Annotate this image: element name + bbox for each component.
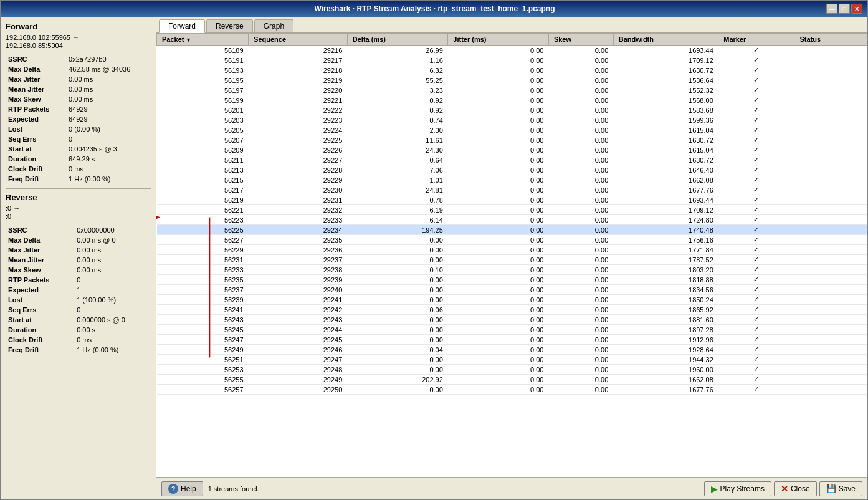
table-row[interactable]: 56225 29234 194.25 0.00 0.00 1740.48 ✓: [157, 225, 867, 235]
save-button[interactable]: 💾 Save: [819, 481, 862, 496]
stat-label: SSRC: [7, 226, 74, 234]
data-table-container[interactable]: Packet Sequence Delta (ms) Jitter (ms) S…: [156, 33, 867, 477]
table-row[interactable]: 56231 29237 0.00 0.00 0.00 1787.52 ✓: [157, 255, 867, 265]
right-panel: Forward Reverse Graph Packet Sequence De…: [156, 17, 867, 499]
cell-bandwidth: 1724.80: [613, 215, 718, 225]
table-row[interactable]: 56213 29228 7.06 0.00 0.00 1646.40 ✓: [157, 165, 867, 175]
table-row[interactable]: 56203 29223 0.74 0.00 0.00 1599.36 ✓: [157, 115, 867, 125]
cell-delta: 24.81: [347, 185, 448, 195]
table-row[interactable]: 56249 29246 0.04 0.00 0.00 1928.64 ✓: [157, 345, 867, 355]
help-button[interactable]: ? Help: [161, 481, 203, 496]
table-row[interactable]: 56199 29221 0.92 0.00 0.00 1568.00 ✓: [157, 95, 867, 105]
stat-value: 0.00 ms: [75, 246, 150, 254]
table-row[interactable]: 56227 29235 0.00 0.00 0.00 1756.16 ✓: [157, 235, 867, 245]
cell-sequence: 29219: [249, 75, 348, 85]
cell-skew: 0.00: [548, 135, 613, 145]
cell-bandwidth: 1803.20: [613, 265, 718, 275]
tab-reverse[interactable]: Reverse: [206, 19, 253, 32]
table-row[interactable]: 56247 29245 0.00 0.00 0.00 1912.96 ✓: [157, 335, 867, 345]
col-delta[interactable]: Delta (ms): [347, 34, 448, 46]
cell-marker: ✓: [718, 155, 794, 165]
table-row[interactable]: 56233 29238 0.10 0.00 0.00 1803.20 ✓: [157, 265, 867, 275]
cell-sequence: 29239: [249, 275, 348, 285]
table-row[interactable]: 56195 29219 55.25 0.00 0.00 1536.64 ✓: [157, 75, 867, 85]
table-row[interactable]: 56215 29229 1.01 0.00 0.00 1662.08 ✓: [157, 175, 867, 185]
table-row[interactable]: 56191 29217 1.16 0.00 0.00 1709.12 ✓: [157, 55, 867, 65]
cell-bandwidth: 1912.96: [613, 335, 718, 345]
table-row[interactable]: 56217 29230 24.81 0.00 0.00 1677.76 ✓: [157, 185, 867, 195]
tab-forward[interactable]: Forward: [159, 19, 205, 33]
cell-status: [794, 225, 867, 235]
reverse-stat-row: Max Delta0.00 ms @ 0: [7, 236, 150, 244]
table-row[interactable]: 56243 29243 0.00 0.00 0.00 1881.60 ✓: [157, 315, 867, 325]
stat-value: 0 ms: [67, 165, 150, 173]
cell-sequence: 29249: [249, 375, 348, 385]
table-row[interactable]: 56251 29247 0.00 0.00 0.00 1944.32 ✓: [157, 355, 867, 365]
table-row[interactable]: 56189 29216 26.99 0.00 0.00 1693.44 ✓: [157, 46, 867, 55]
cell-skew: 0.00: [548, 325, 613, 335]
cell-bandwidth: 1756.16: [613, 235, 718, 245]
cell-marker: ✓: [718, 115, 794, 125]
reverse-section-title: Reverse: [6, 193, 151, 202]
stat-value: 0.000000 s @ 0: [75, 315, 150, 324]
table-row[interactable]: 56219 29231 0.78 0.00 0.00 1693.44 ✓: [157, 195, 867, 205]
cell-packet: 56197: [157, 85, 249, 95]
col-marker[interactable]: Marker: [718, 34, 794, 46]
cell-sequence: 29250: [249, 385, 348, 395]
tab-graph[interactable]: Graph: [254, 19, 293, 32]
cell-skew: 0.00: [548, 245, 613, 255]
table-row[interactable]: 56201 29222 0.92 0.00 0.00 1583.68 ✓: [157, 105, 867, 115]
play-streams-button[interactable]: ▶ Play Streams: [704, 481, 771, 496]
cell-marker: ✓: [718, 85, 794, 95]
cell-skew: 0.00: [548, 365, 613, 375]
cell-status: [794, 155, 867, 165]
cell-jitter: 0.00: [448, 255, 549, 265]
col-skew[interactable]: Skew: [548, 34, 613, 46]
cell-jitter: 0.00: [448, 195, 549, 205]
table-row[interactable]: 56197 29220 3.23 0.00 0.00 1552.32 ✓: [157, 85, 867, 95]
table-row[interactable]: 56207 29225 11.61 0.00 0.00 1630.72 ✓: [157, 135, 867, 145]
col-bandwidth[interactable]: Bandwidth: [613, 34, 718, 46]
cell-delta: 0.78: [347, 195, 448, 205]
table-row[interactable]: 56237 29240 0.00 0.00 0.00 1834.56 ✓: [157, 285, 867, 295]
table-row[interactable]: 56241 29242 0.06 0.00 0.00 1865.92 ✓: [157, 305, 867, 315]
col-status[interactable]: Status: [794, 34, 867, 46]
cell-bandwidth: 1615.04: [613, 125, 718, 135]
cell-skew: 0.00: [548, 105, 613, 115]
cell-packet: 56193: [157, 65, 249, 75]
cell-marker: ✓: [718, 295, 794, 305]
cell-sequence: 29230: [249, 185, 348, 195]
cell-skew: 0.00: [548, 355, 613, 365]
table-row[interactable]: 56245 29244 0.00 0.00 0.00 1897.28 ✓: [157, 325, 867, 335]
cell-status: [794, 295, 867, 305]
cell-marker: ✓: [718, 175, 794, 185]
table-row[interactable]: 56211 29227 0.64 0.00 0.00 1630.72 ✓: [157, 155, 867, 165]
table-row[interactable]: 56235 29239 0.00 0.00 0.00 1818.88 ✓: [157, 275, 867, 285]
col-packet[interactable]: Packet: [157, 34, 249, 46]
col-jitter[interactable]: Jitter (ms): [448, 34, 549, 46]
close-window-button[interactable]: ✕: [851, 4, 862, 14]
table-row[interactable]: 56229 29236 0.00 0.00 0.00 1771.84 ✓: [157, 245, 867, 255]
table-row[interactable]: 56223 29233 6.14 0.00 0.00 1724.80 ✓: [157, 215, 867, 225]
left-panel: Forward 192.168.0.102:55965 → 192.168.0.…: [1, 17, 156, 499]
table-row[interactable]: 56209 29226 24.30 0.00 0.00 1615.04 ✓: [157, 145, 867, 155]
cell-packet: 56239: [157, 295, 249, 305]
table-row[interactable]: 56255 29249 202.92 0.00 0.00 1662.08 ✓: [157, 375, 867, 385]
table-row[interactable]: 56253 29248 0.00 0.00 0.00 1960.00 ✓: [157, 365, 867, 375]
table-row[interactable]: 56257 29250 0.00 0.00 0.00 1677.76 ✓: [157, 385, 867, 395]
cell-bandwidth: 1881.60: [613, 315, 718, 325]
table-row[interactable]: 56205 29224 2.00 0.00 0.00 1615.04 ✓: [157, 125, 867, 135]
reverse-stat-row: Expected1: [7, 286, 150, 294]
minimize-button[interactable]: —: [826, 4, 837, 14]
cell-jitter: 0.00: [448, 175, 549, 185]
cell-packet: 56205: [157, 125, 249, 135]
cell-status: [794, 305, 867, 315]
table-row[interactable]: 56221 29232 6.19 0.00 0.00 1709.12 ✓: [157, 205, 867, 215]
table-row[interactable]: 56193 29218 6.32 0.00 0.00 1630.72 ✓: [157, 65, 867, 75]
table-row[interactable]: 56239 29241 0.00 0.00 0.00 1850.24 ✓: [157, 295, 867, 305]
close-button[interactable]: ✕ Close: [774, 481, 817, 496]
col-sequence[interactable]: Sequence: [249, 34, 348, 46]
maximize-button[interactable]: □: [839, 4, 850, 14]
reverse-stat-row: Freq Drift1 Hz (0.00 %): [7, 345, 150, 354]
cell-skew: 0.00: [548, 185, 613, 195]
